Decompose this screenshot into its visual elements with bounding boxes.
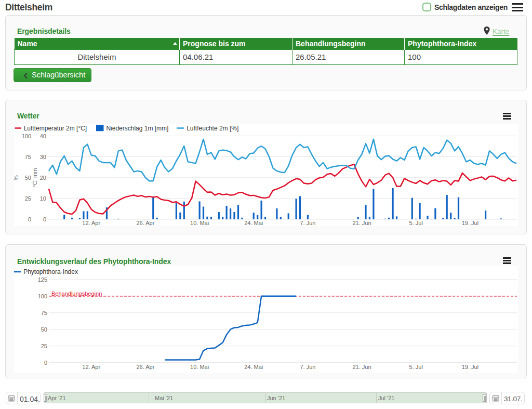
svg-text:24. Mai: 24. Mai bbox=[244, 220, 263, 226]
svg-text:26. Apr: 26. Apr bbox=[136, 220, 154, 226]
svg-text:Behandlungsbeginn: Behandlungsbeginn bbox=[51, 291, 102, 297]
svg-text:0: 0 bbox=[44, 360, 47, 366]
svg-text:12. Apr: 12. Apr bbox=[82, 364, 100, 370]
svg-text:°C, mm: °C, mm bbox=[32, 168, 38, 188]
svg-text:125: 125 bbox=[38, 276, 47, 283]
svg-text:26. Apr: 26. Apr bbox=[136, 364, 154, 370]
svg-text:25: 25 bbox=[25, 195, 31, 202]
svg-text:19. Jul: 19. Jul bbox=[462, 364, 478, 370]
svg-text:50: 50 bbox=[25, 175, 31, 181]
svg-text:21. Jun: 21. Jun bbox=[352, 364, 371, 370]
svg-text:5. Jul: 5. Jul bbox=[409, 364, 423, 370]
svg-text:7. Jun: 7. Jun bbox=[300, 364, 315, 370]
svg-text:24. Mai: 24. Mai bbox=[244, 364, 263, 370]
svg-text:Luftfeuchte 2m [%]: Luftfeuchte 2m [%] bbox=[187, 125, 238, 132]
svg-text:0: 0 bbox=[28, 216, 31, 222]
svg-text:12. Apr: 12. Apr bbox=[82, 220, 100, 226]
svg-text:25: 25 bbox=[41, 343, 47, 349]
svg-text:20: 20 bbox=[40, 175, 46, 181]
svg-text:75: 75 bbox=[25, 154, 31, 160]
svg-text:100: 100 bbox=[38, 293, 47, 299]
svg-text:Niederschlag 1m [mm]: Niederschlag 1m [mm] bbox=[106, 125, 168, 132]
svg-text:7. Jun: 7. Jun bbox=[300, 220, 315, 226]
svg-text:Lufttemperatur 2m [°C]: Lufttemperatur 2m [°C] bbox=[24, 125, 87, 132]
svg-text:10. Mai: 10. Mai bbox=[190, 364, 209, 370]
svg-text:50: 50 bbox=[41, 326, 47, 333]
svg-text:100: 100 bbox=[22, 133, 31, 139]
svg-text:5. Jul: 5. Jul bbox=[409, 220, 423, 226]
svg-text:75: 75 bbox=[41, 310, 47, 316]
svg-text:0: 0 bbox=[43, 216, 46, 222]
svg-text:40: 40 bbox=[40, 133, 46, 139]
svg-text:Phytophthora-Index: Phytophthora-Index bbox=[23, 268, 78, 275]
svg-text:%: % bbox=[14, 175, 19, 180]
svg-text:10. Mai: 10. Mai bbox=[190, 220, 209, 226]
svg-text:30: 30 bbox=[40, 154, 46, 160]
svg-text:19. Jul: 19. Jul bbox=[462, 220, 478, 226]
svg-text:10: 10 bbox=[40, 195, 46, 202]
svg-text:21. Jun: 21. Jun bbox=[352, 220, 371, 226]
